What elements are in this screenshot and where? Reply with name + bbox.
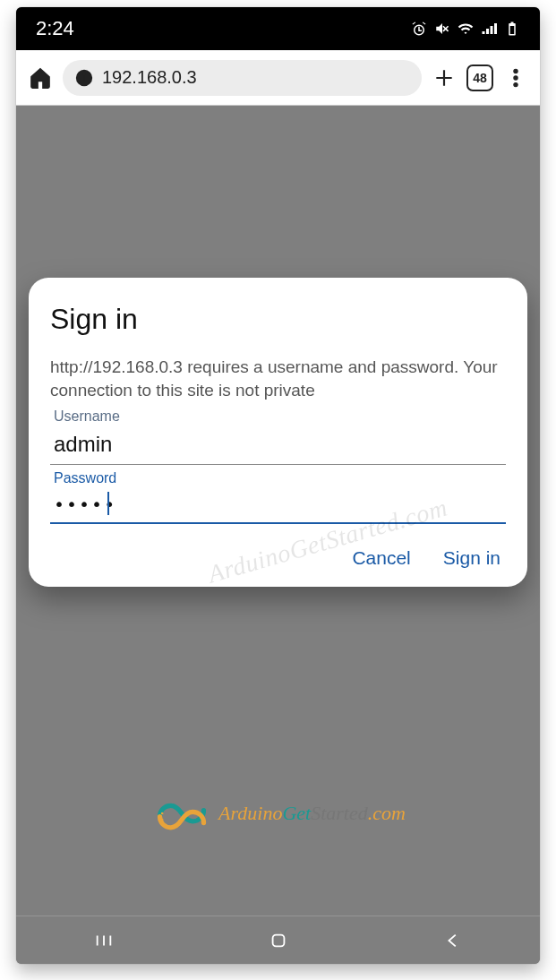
- password-label: Password: [50, 470, 506, 486]
- auth-dialog: Sign in http://192.168.0.3 requires a us…: [29, 278, 527, 587]
- status-time: 2:24: [36, 17, 74, 40]
- signin-button[interactable]: Sign in: [443, 547, 500, 569]
- infinity-logo-icon: [150, 795, 213, 831]
- menu-icon[interactable]: [504, 66, 527, 90]
- home-nav-icon[interactable]: [269, 931, 288, 950]
- new-tab-icon[interactable]: [432, 66, 456, 90]
- brand-part-3: Started: [311, 802, 368, 824]
- recents-icon[interactable]: [94, 931, 114, 950]
- svg-point-2: [83, 73, 85, 75]
- svg-point-9: [161, 819, 164, 821]
- info-icon: [75, 69, 93, 87]
- dialog-actions: Cancel Sign in: [50, 547, 506, 569]
- dialog-title: Sign in: [50, 303, 506, 336]
- brand-part-1: Arduino: [218, 802, 282, 824]
- text-caret: [107, 492, 109, 515]
- page-content: Sign in http://192.168.0.3 requires a us…: [16, 106, 540, 916]
- wifi-icon: [458, 21, 474, 37]
- cancel-button[interactable]: Cancel: [352, 547, 410, 569]
- home-icon[interactable]: [29, 66, 52, 90]
- tab-count-value: 48: [473, 71, 487, 85]
- username-label: Username: [50, 408, 506, 425]
- brand-text: ArduinoGetStarted.com: [218, 802, 406, 825]
- signal-icon: [481, 21, 497, 37]
- browser-toolbar: 192.168.0.3 48: [16, 50, 540, 106]
- svg-rect-13: [272, 934, 284, 946]
- brand-part-2: Get: [282, 802, 311, 824]
- password-field: Password: [50, 470, 506, 524]
- username-field: Username: [50, 408, 506, 465]
- back-icon[interactable]: [443, 931, 463, 950]
- svg-point-5: [514, 69, 518, 73]
- brand-part-4: .com: [368, 802, 406, 824]
- dialog-message: http://192.168.0.3 requires a username a…: [50, 356, 506, 401]
- alarm-icon: [411, 21, 427, 37]
- battery-icon: [504, 21, 520, 37]
- address-bar[interactable]: 192.168.0.3: [63, 60, 422, 96]
- password-input[interactable]: [50, 488, 506, 524]
- status-bar: 2:24: [16, 7, 540, 50]
- tab-count-button[interactable]: 48: [466, 64, 493, 91]
- svg-point-7: [514, 82, 518, 86]
- phone-frame: 2:24 192.168.0.3 48 Sign in http://192.1…: [16, 7, 540, 964]
- url-text: 192.168.0.3: [102, 67, 197, 88]
- status-icons: [411, 21, 520, 37]
- system-navbar: [16, 916, 540, 964]
- mute-icon: [434, 21, 450, 37]
- svg-point-8: [161, 812, 164, 815]
- footer-brand: ArduinoGetStarted.com: [16, 795, 540, 831]
- svg-point-6: [514, 75, 518, 79]
- username-input[interactable]: [50, 426, 506, 465]
